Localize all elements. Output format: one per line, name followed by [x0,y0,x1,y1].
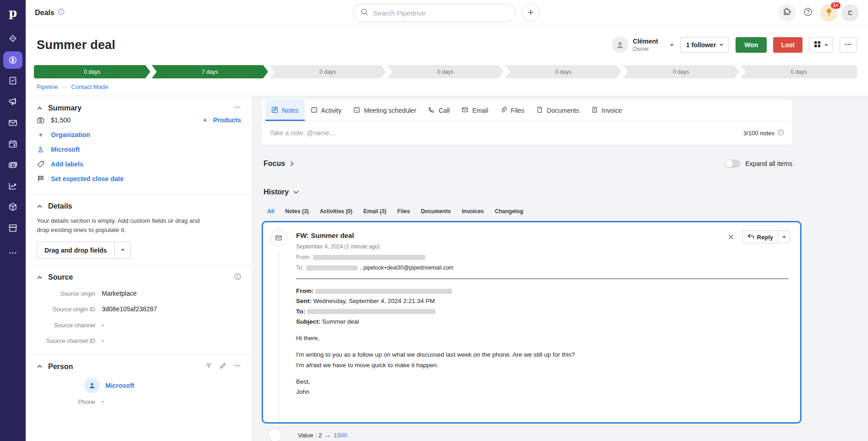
quick-add-button[interactable] [522,4,540,22]
owner-selector[interactable]: Clément Owner [612,37,674,53]
reply-label: Reply [757,234,773,241]
app-sidebar: p [0,0,26,441]
filter-activities[interactable]: Activities (0) [320,208,352,215]
pipeline-stage-4[interactable]: 0 days [387,65,504,78]
grid-view-icon [814,41,821,49]
suggestions-button[interactable]: 1+ [820,4,838,22]
puzzle-icon [782,7,791,18]
focus-heading-label: Focus [264,160,285,168]
help-button[interactable] [799,4,817,22]
tab-documents[interactable]: Documents [530,100,585,121]
chevron-down-icon [121,249,125,251]
deal-detail-panel: Summary $1,500 + Products + Organization [26,96,253,441]
note-input[interactable] [270,129,743,137]
edit-pencil-icon[interactable] [220,362,226,371]
chevron-right-icon [289,160,295,167]
tab-notes[interactable]: Notes [265,100,305,121]
sidebar-item-more[interactable] [3,243,23,264]
chevron-up-icon[interactable] [37,105,43,111]
pipeline-stage-3[interactable]: 0 days [269,65,386,78]
source-heading: Source [48,273,73,281]
sidebar-item-leads[interactable] [3,28,23,50]
user-avatar[interactable]: C [841,4,859,22]
tab-documents-label: Documents [547,107,579,114]
filter-changelog[interactable]: Changelog [495,208,523,215]
chevron-down-icon [293,189,299,195]
filter-email[interactable]: Email (3) [363,208,386,215]
sidebar-item-activities[interactable] [3,134,23,155]
info-icon[interactable] [778,129,784,137]
drag-drop-fields-label[interactable]: Drag and drop fields [37,242,114,259]
linked-person-link[interactable]: Microsoft [51,146,80,153]
tab-meeting-scheduler[interactable]: Meeting scheduler [347,100,422,121]
filter-documents[interactable]: Documents [421,208,450,215]
sidebar-item-products[interactable] [3,197,23,218]
add-labels-link[interactable]: Add labels [51,160,83,168]
pipeline-stage-7[interactable]: 0 days [741,65,857,78]
add-products-link[interactable]: + Products [203,116,241,124]
body-signature: John [296,387,788,397]
sidebar-item-marketplace[interactable] [3,218,23,239]
lost-button[interactable]: Lost [773,37,802,53]
focus-heading[interactable]: Focus [264,160,295,168]
owner-avatar [612,37,628,53]
person-avatar [84,378,100,393]
change-new-value[interactable]: 1500 [334,432,347,439]
sidebar-item-campaigns[interactable] [3,92,23,113]
reply-dropdown[interactable] [778,231,790,243]
tab-call[interactable]: Call [422,100,456,121]
history-heading[interactable]: History [264,188,299,196]
breadcrumb-pipeline-link[interactable]: Pipeline [37,83,58,90]
pipeline-stage-5[interactable]: 0 days [505,65,621,78]
sidebar-item-tasks[interactable] [3,71,23,92]
tab-files[interactable]: Files [494,100,530,121]
tab-activity[interactable]: Activity [305,100,347,121]
filter-icon[interactable] [205,362,212,371]
search-input[interactable] [373,9,508,17]
reply-button[interactable]: Reply [743,231,778,243]
expand-all-label: Expand all items [745,160,792,167]
set-close-date-link[interactable]: Set expected close date [51,175,124,182]
deal-more-button[interactable] [840,37,857,53]
filter-notes[interactable]: Notes (3) [285,208,308,215]
pipeline-stage-1[interactable]: 0 days [34,65,150,78]
layout-view-button[interactable] [809,37,833,53]
marketplace-apps-button[interactable] [778,4,796,22]
breadcrumb-stage-link[interactable]: Contact Made [71,83,108,90]
tab-email[interactable]: Email [456,100,494,121]
pipeline-stage-6[interactable]: 0 days [623,65,739,78]
deal-header: Summer deal Clément Owner 1 follower Won… [26,26,868,64]
pipeline-stage-2[interactable]: 7 days [152,65,268,78]
followers-button[interactable]: 1 follower [680,37,729,53]
summary-section: Summary $1,500 + Products + Organization [26,96,252,195]
info-icon[interactable] [234,273,241,282]
sidebar-item-deals[interactable] [3,51,23,69]
person-name-link[interactable]: Microsoft [105,382,134,389]
to-visible-address: , pipelook+deal30@pipedrivemail.com [360,265,453,271]
summary-more-icon[interactable] [234,104,241,113]
drag-drop-dropdown[interactable] [114,242,131,259]
info-icon[interactable] [58,8,65,17]
chevron-up-icon[interactable] [37,204,43,209]
expand-all-toggle[interactable] [725,160,741,168]
won-button[interactable]: Won [736,37,767,53]
deals-dollar-icon [3,51,22,69]
pipedrive-logo: p [9,4,17,22]
filter-all[interactable]: All [267,208,274,215]
sidebar-item-insights[interactable] [3,176,23,197]
filter-files[interactable]: Files [397,208,410,215]
tab-invoice[interactable]: Invoice [585,100,628,121]
filter-invoices[interactable]: Invoices [462,208,484,215]
person-more-icon[interactable] [234,362,241,371]
reply-button-group: Reply [742,231,790,243]
chevron-up-icon[interactable] [37,275,43,281]
collapse-icon[interactable] [728,234,734,240]
add-organization-link[interactable]: Organization [51,131,90,138]
chevron-up-icon[interactable] [37,364,43,369]
sidebar-item-contacts[interactable] [3,155,23,176]
redacted-email-address [315,289,452,294]
global-search[interactable] [353,4,516,22]
document-icon [536,106,543,115]
body-paragraph-line2: I'm afraid we have to move quick to make… [296,360,788,370]
sidebar-item-mail[interactable] [3,113,23,134]
